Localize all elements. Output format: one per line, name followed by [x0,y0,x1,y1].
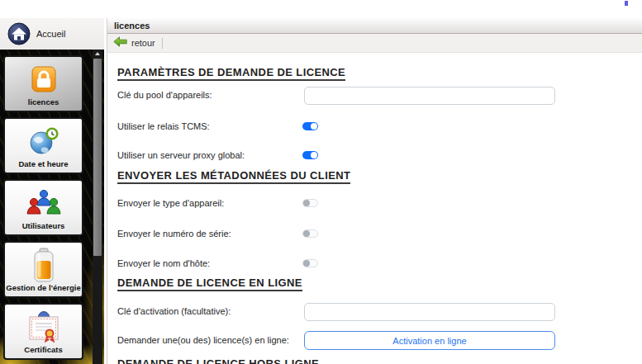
sidebar-scrollbar[interactable] [93,50,102,364]
sidebar-item-utilisateurs[interactable]: Utilisateurs [3,179,83,236]
sidebar-item-label: Date et heure [5,159,82,168]
pool-key-label: Clé du pool d'appareils: [117,88,212,102]
section-heading-licence-en-ligne: DEMANDE DE LICENCE EN LIGNE [117,277,302,291]
panel-title: licences [107,18,642,34]
activation-key-label: Clé d'activation (facultative): [117,305,231,318]
request-online-label: Demander une(ou des) licence(s) en ligne… [117,333,289,347]
back-arrow-icon [113,35,127,50]
tcms-relay-switch[interactable] [302,122,318,130]
activation-key-input[interactable] [304,303,555,321]
sidebar-item-licences[interactable]: licences [3,55,83,112]
sidebar-nav: licences Date et heure [0,50,104,364]
hostname-label: Envoyer le nom d'hôte: [117,257,210,270]
switch-knob [311,123,317,130]
tcms-relay-label: Utiliser le relais TCMS: [117,120,210,133]
section-heading-parametres: PARAMÈTRES DE DEMANDE DE LICENCE [117,67,345,81]
sidebar-item-label: Certificats [5,345,82,354]
switch-knob [303,260,310,267]
sidebar-item-label: Gestion de l'énergie [5,283,82,292]
back-label: retour [131,38,155,48]
serial-number-switch[interactable] [302,229,318,238]
toolbar: retour [107,34,642,53]
sidebar-item-label: Utilisateurs [5,221,82,230]
home-button[interactable]: Accueil [0,18,104,50]
switch-knob [303,200,310,206]
online-activation-button[interactable]: Activation en ligne [304,331,555,350]
cursor-artifact-dot [625,1,628,6]
home-label: Accueil [36,29,65,39]
proxy-switch[interactable] [302,151,318,159]
lock-icon [5,59,82,99]
switch-knob [311,152,317,158]
globe-clock-icon [5,121,82,161]
users-icon [5,183,82,223]
sidebar: Accueil licences [0,18,104,364]
scroll-up-icon[interactable] [95,52,100,55]
sidebar-item-label: licences [5,97,82,106]
pool-key-input[interactable] [304,87,555,105]
home-icon [7,22,31,45]
sidebar-item-certificats[interactable]: Certificats [3,303,83,360]
sidebar-item-gestion-energie[interactable]: Gestion de l'énergie [3,241,83,298]
main-panel: licences retour PARAMÈTRES DE DEMANDE DE… [107,18,642,364]
device-type-label: Envoyer le type d'appareil: [117,196,224,210]
screen: Accueil licences [0,0,642,364]
serial-number-label: Envoyer le numéro de série: [117,227,231,240]
section-heading-metadonnees: ENVOYER LES MÉTADONNÉES DU CLIENT [117,170,350,184]
device-type-switch[interactable] [302,199,318,207]
toolbar-separator [162,38,163,49]
switch-knob [303,230,310,237]
scrollbar-thumb[interactable] [93,59,102,256]
hostname-switch[interactable] [302,259,318,267]
sidebar-item-date-heure[interactable]: Date et heure [3,117,83,174]
back-button[interactable]: retour [113,35,155,50]
proxy-label: Utiliser un serveur proxy global: [117,149,245,162]
section-heading-licence-hors-ligne: DEMANDE DE LICENCE HORS LIGNE [117,358,319,364]
certificate-icon [5,307,82,347]
battery-icon [5,245,82,285]
